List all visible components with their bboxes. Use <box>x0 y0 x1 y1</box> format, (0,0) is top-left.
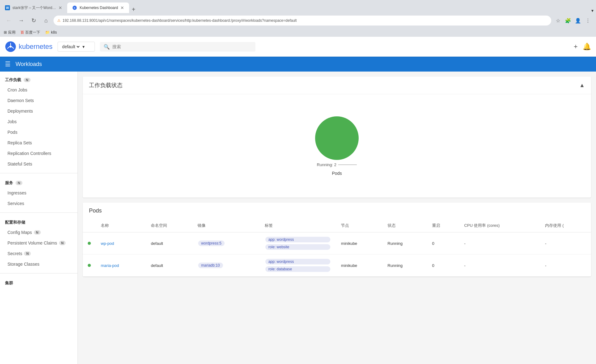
sidebar: 工作负载 N Cron Jobs Daemon Sets Deployments… <box>0 72 78 364</box>
url-bar[interactable]: ⚠ 192.168.88.131:8001/api/v1/namespaces/… <box>54 16 551 26</box>
chart-running-label: Running: 2 <box>317 162 357 167</box>
sidebar-item-pvc[interactable]: Persistent Volume Claims N <box>0 238 77 248</box>
add-button[interactable]: + <box>574 43 578 51</box>
cluster-section: 集群 <box>0 275 77 290</box>
sidebar-divider-2 <box>0 212 77 213</box>
node-cell: minikube <box>336 254 383 277</box>
forward-button[interactable]: → <box>16 16 26 26</box>
status-cell <box>83 254 96 277</box>
browser-tab-1[interactable]: W stark张宇 – 又一个WordPress站 ✕ <box>0 2 67 13</box>
cron-jobs-label: Cron Jobs <box>7 87 27 92</box>
pod-name-link[interactable]: maria-pod <box>101 263 119 268</box>
table-row: maria-poddefaultmariadb:10app: wordpress… <box>83 254 591 277</box>
col-status <box>83 219 96 232</box>
pods-table-body: wp-poddefaultwordpress:5app: wordpressro… <box>83 232 591 277</box>
extensions-button[interactable]: 🧩 <box>564 16 572 25</box>
table-row: wp-poddefaultwordpress:5app: wordpressro… <box>83 232 591 254</box>
logo-area: kubernetes <box>5 41 53 52</box>
services-section-label: 服务 <box>5 180 13 186</box>
back-button[interactable]: ← <box>4 16 14 26</box>
bookmark-apps[interactable]: ⊞ 应用 <box>4 30 16 35</box>
pods-section-header: Pods <box>83 203 591 219</box>
notification-button[interactable]: 🔔 <box>583 43 591 51</box>
nav-title: Workloads <box>16 61 42 68</box>
sidebar-item-replication-controllers[interactable]: Replication Controllers <box>0 148 77 159</box>
secrets-label: Secrets <box>7 251 22 256</box>
sidebar-item-cron-jobs[interactable]: Cron Jobs <box>0 85 77 95</box>
tab2-close[interactable]: ✕ <box>120 5 124 10</box>
workload-status-card: 工作负载状态 ▲ Running: 2 Pods <box>83 77 591 198</box>
services-section-header: 服务 N <box>0 177 77 188</box>
menu-button[interactable]: ⋮ <box>584 16 592 25</box>
folder-icon: 📁 <box>45 30 50 35</box>
pod-name-cell: maria-pod <box>96 254 146 277</box>
sidebar-item-pods[interactable]: Pods <box>0 127 77 138</box>
profile-button[interactable]: 👤 <box>574 16 582 25</box>
sidebar-item-jobs[interactable]: Jobs <box>0 116 77 127</box>
col-image: 镜像 <box>193 219 260 232</box>
kubernetes-name: kubernetes <box>19 43 53 51</box>
labels-cell: app: wordpressrole: website <box>260 232 336 254</box>
pod-name-link[interactable]: wp-pod <box>101 241 114 246</box>
image-cell: wordpress:5 <box>193 232 260 254</box>
search-input[interactable] <box>112 44 252 49</box>
sidebar-item-services[interactable]: Services <box>0 198 77 209</box>
tab2-favicon: K <box>72 5 77 10</box>
workloads-badge: N <box>24 78 30 82</box>
sidebar-item-ingresses[interactable]: Ingresses <box>0 188 77 198</box>
col-status-text: 状态 <box>383 219 427 232</box>
label-tag: role: website <box>265 244 331 250</box>
pod-name-cell: wp-pod <box>96 232 146 254</box>
layout: 工作负载 N Cron Jobs Daemon Sets Deployments… <box>0 72 596 364</box>
sidebar-item-config-maps[interactable]: Config Maps N <box>0 227 77 238</box>
chart-pod-label: Pods <box>332 171 342 176</box>
bookmark-star-button[interactable]: ☆ <box>554 16 562 25</box>
sidebar-item-daemon-sets[interactable]: Daemon Sets <box>0 95 77 106</box>
bookmark-k8s[interactable]: 📁 k8s <box>45 30 57 35</box>
namespace-selector[interactable]: default ▾ <box>58 42 95 52</box>
label-tag: role: database <box>265 266 331 272</box>
refresh-button[interactable]: ↻ <box>29 16 39 26</box>
pvc-badge: N <box>59 241 66 245</box>
browser-tab-2[interactable]: K Kubernetes Dashboard ✕ <box>67 2 129 13</box>
namespace-dropdown[interactable]: default <box>61 44 81 49</box>
bookmark-baidu[interactable]: 百 百度一下 <box>21 30 40 35</box>
browser-chrome: W stark张宇 – 又一个WordPress站 ✕ K Kubernetes… <box>0 0 596 28</box>
ingresses-label: Ingresses <box>7 190 26 195</box>
config-section: 配置和存储 Config Maps N Persistent Volume Cl… <box>0 214 77 272</box>
tab1-close[interactable]: ✕ <box>58 5 62 10</box>
browser-actions: ☆ 🧩 👤 ⋮ <box>554 16 592 25</box>
dropdown-arrow-icon: ▾ <box>82 44 85 49</box>
hamburger-icon[interactable]: ☰ <box>5 60 11 68</box>
sidebar-item-storage-classes[interactable]: Storage Classes <box>0 259 77 269</box>
col-name: 名称 <box>96 219 146 232</box>
sidebar-item-replica-sets[interactable]: Replica Sets <box>0 138 77 148</box>
workload-status-title: 工作负载状态 <box>89 82 123 89</box>
svg-text:K: K <box>74 7 76 9</box>
image-tag: wordpress:5 <box>198 240 225 246</box>
restarts-cell: 0 <box>427 254 459 277</box>
sidebar-item-deployments[interactable]: Deployments <box>0 106 77 116</box>
sidebar-item-secrets[interactable]: Secrets N <box>0 248 77 259</box>
stateful-sets-label: Stateful Sets <box>7 161 32 166</box>
chart-area: Running: 2 Pods <box>89 99 585 193</box>
cluster-section-header: 集群 <box>0 277 77 288</box>
node-cell: minikube <box>336 232 383 254</box>
cpu-cell: - <box>459 232 540 254</box>
collapse-button[interactable]: ▲ <box>579 82 585 89</box>
namespace-cell: default <box>146 254 193 277</box>
status-cell <box>83 232 96 254</box>
new-tab-button[interactable]: + <box>129 6 138 13</box>
bookmark-k8s-label: k8s <box>51 30 57 35</box>
col-restarts: 重启 <box>427 219 459 232</box>
sidebar-item-stateful-sets[interactable]: Stateful Sets <box>0 159 77 169</box>
top-nav: ☰ Workloads <box>0 57 596 72</box>
tab2-title: Kubernetes Dashboard <box>80 6 118 10</box>
bookmark-baidu-label: 百度一下 <box>25 30 40 35</box>
workload-status-body: Running: 2 Pods <box>83 94 591 198</box>
cpu-cell: - <box>459 254 540 277</box>
label-tag: app: wordpress <box>265 259 331 264</box>
config-maps-badge: N <box>34 230 41 235</box>
memory-cell: - <box>540 254 591 277</box>
home-button[interactable]: ⌂ <box>41 16 51 26</box>
